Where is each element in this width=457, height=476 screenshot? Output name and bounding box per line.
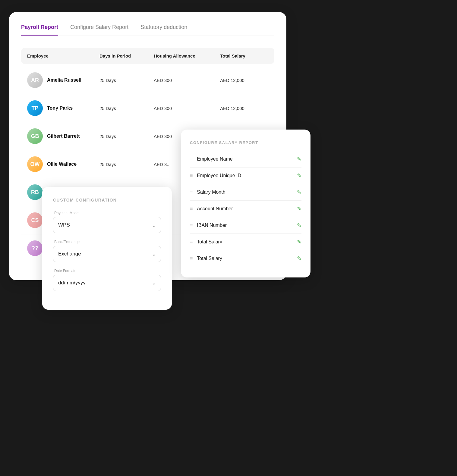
payment-mode-value: WPS xyxy=(58,222,70,228)
drag-icon: ≡ xyxy=(190,256,193,261)
salary-report-row: ≡ Salary Month ✎ xyxy=(190,184,301,201)
edit-icon[interactable]: ✎ xyxy=(297,189,301,196)
avatar: GB xyxy=(27,128,43,144)
payment-mode-label: Payment Mode xyxy=(54,211,161,215)
avatar: RB xyxy=(27,184,43,200)
avatar: OW xyxy=(27,156,43,172)
edit-icon[interactable]: ✎ xyxy=(297,222,301,229)
days-cell: 25 Days xyxy=(99,78,154,83)
bank-exchange-group: Bank/Exchange Exchange ⌄ xyxy=(53,240,161,262)
drag-icon: ≡ xyxy=(190,239,193,245)
table-header: Employee Days in Period Housing Allowanc… xyxy=(21,48,274,64)
employee-cell: GB Gilbert Barrett xyxy=(27,128,99,144)
salary-report-item-label: Salary Month xyxy=(197,189,293,195)
employee-cell: AR Amelia Russell xyxy=(27,72,99,88)
table-row: AR Amelia Russell 25 Days AED 300 AED 12… xyxy=(21,66,274,94)
days-cell: 25 Days xyxy=(99,134,154,139)
table-row: TP Tony Parks 25 Days AED 300 AED 12,000 xyxy=(21,94,274,122)
avatar: TP xyxy=(27,100,43,116)
edit-icon[interactable]: ✎ xyxy=(297,239,301,245)
custom-config-title: CUSTOM CONFIGURATION xyxy=(53,198,161,202)
salary-report-row: ≡ IBAN Number ✎ xyxy=(190,217,301,234)
drag-icon: ≡ xyxy=(190,223,193,228)
employee-name: Tony Parks xyxy=(47,105,73,111)
col-allowance: Housing Allowance xyxy=(154,53,220,58)
salary-report-row: ≡ Employee Unique ID ✎ xyxy=(190,168,301,184)
employee-name: Ollie Wallace xyxy=(47,161,77,167)
edit-icon[interactable]: ✎ xyxy=(297,255,301,262)
salary-report-row: ≡ Total Salary ✎ xyxy=(190,250,301,267)
chevron-down-icon: ⌄ xyxy=(152,251,156,257)
payment-mode-select[interactable]: WPS ⌄ xyxy=(53,217,161,233)
date-format-label: Date Formate xyxy=(54,269,161,273)
salary-report-item-label: Total Salary xyxy=(197,256,293,261)
edit-icon[interactable]: ✎ xyxy=(297,172,301,179)
avatar: ?? xyxy=(27,240,43,256)
salary-report-item-label: Employee Unique ID xyxy=(197,173,293,178)
allowance-cell: AED 300 xyxy=(154,78,220,83)
employee-name: Amelia Russell xyxy=(47,77,81,83)
employee-name: Gilbert Barrett xyxy=(47,133,80,139)
drag-icon: ≡ xyxy=(190,189,193,195)
bank-exchange-label: Bank/Exchange xyxy=(54,240,161,244)
chevron-down-icon: ⌄ xyxy=(152,280,156,286)
salary-report-item-label: Employee Name xyxy=(197,156,293,162)
date-format-group: Date Formate dd/mm/yyyy ⌄ xyxy=(53,269,161,291)
allowance-cell: AED 300 xyxy=(154,106,220,111)
col-salary: Total Salary xyxy=(220,53,274,58)
drag-icon: ≡ xyxy=(190,206,193,211)
salary-cell: AED 12,000 xyxy=(220,78,274,83)
employee-cell: TP Tony Parks xyxy=(27,100,99,116)
salary-report-title: CONFIGURE SALARY REPORT xyxy=(190,140,301,145)
edit-icon[interactable]: ✎ xyxy=(297,205,301,212)
salary-report-row: ≡ Total Salary ✎ xyxy=(190,234,301,250)
custom-config-card: CUSTOM CONFIGURATION Payment Mode WPS ⌄ … xyxy=(42,187,172,310)
bank-exchange-select[interactable]: Exchange ⌄ xyxy=(53,246,161,262)
col-days: Days in Period xyxy=(99,53,154,58)
col-employee: Employee xyxy=(27,53,99,58)
tab-statutory-deduction[interactable]: Statutory deduction xyxy=(140,24,187,36)
days-cell: 25 Days xyxy=(99,162,154,167)
salary-report-item-label: Account Number xyxy=(197,206,293,211)
payment-mode-group: Payment Mode WPS ⌄ xyxy=(53,211,161,233)
salary-report-card: CONFIGURE SALARY REPORT ≡ Employee Name … xyxy=(181,130,310,277)
salary-report-row: ≡ Employee Name ✎ xyxy=(190,151,301,168)
drag-icon: ≡ xyxy=(190,156,193,162)
salary-report-row: ≡ Account Number ✎ xyxy=(190,201,301,217)
salary-report-item-label: IBAN Number xyxy=(197,223,293,228)
date-format-value: dd/mm/yyyy xyxy=(58,280,86,286)
tab-payroll-report[interactable]: Payroll Report xyxy=(21,24,58,36)
days-cell: 25 Days xyxy=(99,106,154,111)
avatar: AR xyxy=(27,72,43,88)
employee-cell: OW Ollie Wallace xyxy=(27,156,99,172)
salary-report-item-label: Total Salary xyxy=(197,239,293,245)
bank-exchange-value: Exchange xyxy=(58,251,81,257)
date-format-select[interactable]: dd/mm/yyyy ⌄ xyxy=(53,275,161,291)
avatar: CS xyxy=(27,212,43,228)
chevron-down-icon: ⌄ xyxy=(152,222,156,228)
drag-icon: ≡ xyxy=(190,173,193,178)
tabs: Payroll Report Configure Salary Report S… xyxy=(21,24,274,36)
tab-configure-salary[interactable]: Configure Salary Report xyxy=(70,24,128,36)
edit-icon[interactable]: ✎ xyxy=(297,156,301,162)
salary-cell: AED 12,000 xyxy=(220,106,274,111)
